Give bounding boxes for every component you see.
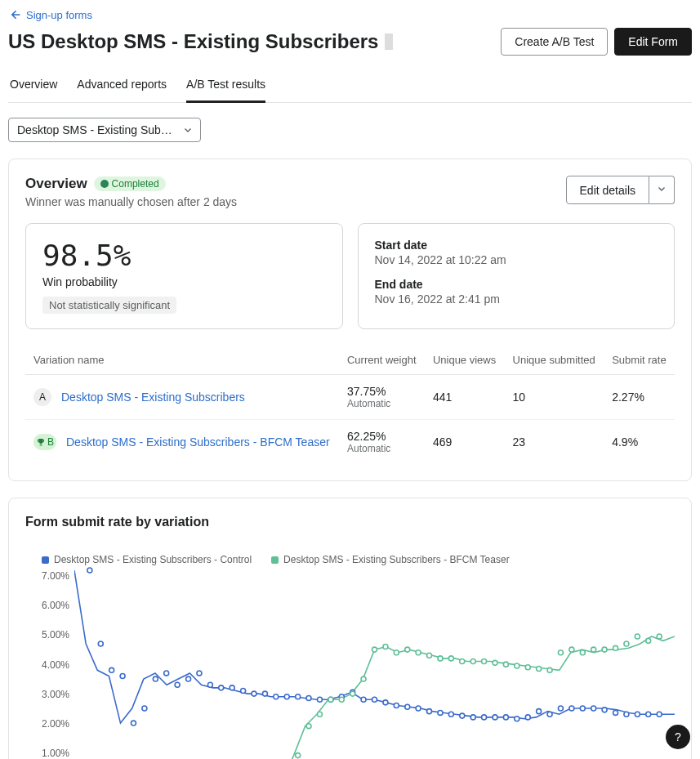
svg-point-79 bbox=[372, 647, 377, 652]
test-selector[interactable]: Desktop SMS - Existing Subscribers T… bbox=[8, 118, 201, 142]
svg-point-99 bbox=[591, 647, 596, 652]
col-submitted: Unique submitted bbox=[505, 346, 604, 375]
svg-point-25 bbox=[361, 697, 366, 702]
svg-point-93 bbox=[525, 665, 530, 670]
table-row: BDesktop SMS - Existing Subscribers - BF… bbox=[25, 420, 675, 465]
svg-point-15 bbox=[252, 691, 256, 696]
svg-point-16 bbox=[262, 691, 267, 696]
svg-point-43 bbox=[558, 706, 563, 711]
col-weight: Current weight bbox=[339, 346, 425, 375]
tab-advanced-reports[interactable]: Advanced reports bbox=[77, 69, 167, 103]
overview-title: Overview bbox=[25, 176, 87, 192]
svg-point-95 bbox=[547, 667, 552, 672]
svg-point-34 bbox=[460, 713, 465, 718]
svg-point-78 bbox=[361, 676, 366, 681]
svg-point-17 bbox=[274, 694, 279, 699]
chevron-down-icon bbox=[182, 124, 194, 136]
svg-point-9 bbox=[186, 676, 191, 681]
svg-point-1 bbox=[98, 641, 103, 646]
svg-point-46 bbox=[591, 706, 596, 711]
svg-point-75 bbox=[328, 697, 333, 702]
variation-link[interactable]: Desktop SMS - Existing Subscribers - BFC… bbox=[66, 435, 330, 449]
svg-point-86 bbox=[448, 656, 453, 661]
svg-point-7 bbox=[164, 671, 169, 676]
svg-point-103 bbox=[635, 634, 640, 639]
svg-point-0 bbox=[87, 568, 92, 573]
svg-point-80 bbox=[383, 645, 388, 650]
variation-link[interactable]: Desktop SMS - Existing Subscribers bbox=[61, 391, 245, 404]
tab-a-b-test-results[interactable]: A/B Test results bbox=[186, 69, 265, 103]
create-ab-button[interactable]: Create A/B Test bbox=[501, 28, 608, 56]
svg-point-11 bbox=[207, 682, 212, 687]
svg-point-18 bbox=[284, 694, 289, 699]
svg-point-13 bbox=[230, 685, 234, 690]
trophy-icon bbox=[36, 437, 46, 447]
svg-point-35 bbox=[470, 715, 475, 720]
dates-box: Start date Nov 14, 2022 at 10:22 am End … bbox=[358, 223, 675, 329]
svg-point-81 bbox=[394, 650, 399, 655]
svg-point-74 bbox=[317, 712, 322, 717]
svg-point-52 bbox=[657, 712, 662, 717]
win-probability-label: Win probability bbox=[42, 275, 326, 288]
svg-point-83 bbox=[416, 650, 421, 655]
y-axis: 0%1.00%2.00%3.00%4.00%5.00%6.00%7.00% bbox=[25, 570, 74, 759]
svg-point-8 bbox=[175, 682, 180, 687]
edit-details-dropdown[interactable] bbox=[649, 176, 675, 204]
svg-point-28 bbox=[394, 703, 399, 708]
legend-dot bbox=[42, 556, 49, 564]
svg-point-76 bbox=[339, 697, 344, 702]
svg-point-91 bbox=[503, 662, 508, 667]
start-date-label: Start date bbox=[375, 239, 658, 252]
title-cursor bbox=[385, 33, 393, 50]
svg-point-47 bbox=[602, 708, 607, 712]
svg-point-87 bbox=[460, 659, 465, 663]
win-probability-value: 98.5% bbox=[42, 239, 326, 272]
svg-point-88 bbox=[470, 659, 475, 663]
svg-point-97 bbox=[569, 647, 574, 652]
svg-point-72 bbox=[296, 753, 301, 758]
help-button[interactable]: ? bbox=[666, 725, 690, 749]
breadcrumb-label: Sign-up forms bbox=[26, 9, 92, 21]
winner-badge: B bbox=[33, 434, 56, 450]
arrow-left-icon bbox=[8, 8, 21, 21]
legend-item: Desktop SMS - Existing Subscribers - BFC… bbox=[271, 554, 510, 565]
svg-point-2 bbox=[109, 667, 114, 672]
chart-title: Form submit rate by variation bbox=[25, 515, 675, 529]
svg-point-32 bbox=[438, 710, 443, 715]
legend-item: Desktop SMS - Existing Subscribers - Con… bbox=[42, 554, 252, 565]
svg-point-4 bbox=[131, 721, 136, 726]
svg-point-100 bbox=[602, 647, 607, 652]
svg-point-12 bbox=[219, 685, 224, 690]
edit-form-button[interactable]: Edit Form bbox=[614, 28, 692, 56]
status-badge: Completed bbox=[94, 176, 166, 191]
svg-point-90 bbox=[493, 660, 497, 665]
svg-point-21 bbox=[317, 697, 322, 702]
table-row: ADesktop SMS - Existing Subscribers37.75… bbox=[25, 375, 675, 420]
svg-point-45 bbox=[580, 706, 585, 711]
svg-point-101 bbox=[613, 645, 618, 650]
svg-point-6 bbox=[153, 676, 158, 681]
svg-point-50 bbox=[635, 712, 640, 717]
svg-point-85 bbox=[438, 656, 443, 661]
page-title: US Desktop SMS - Existing Subscribers bbox=[8, 30, 393, 53]
svg-point-26 bbox=[372, 697, 377, 702]
svg-point-96 bbox=[558, 650, 563, 655]
tabs: OverviewAdvanced reportsA/B Test results bbox=[8, 69, 692, 103]
svg-point-36 bbox=[482, 715, 487, 720]
win-probability-box: 98.5% Win probability Not statistically … bbox=[25, 223, 343, 329]
end-date-value: Nov 16, 2022 at 2:41 pm bbox=[375, 292, 658, 306]
breadcrumb-back[interactable]: Sign-up forms bbox=[8, 8, 692, 21]
svg-point-49 bbox=[624, 712, 629, 717]
svg-point-98 bbox=[580, 650, 585, 655]
start-date-value: Nov 14, 2022 at 10:22 am bbox=[375, 253, 658, 266]
edit-details-button[interactable]: Edit details bbox=[566, 176, 649, 204]
svg-point-48 bbox=[613, 710, 618, 715]
svg-point-20 bbox=[306, 696, 311, 701]
variations-table: Variation name Current weight Unique vie… bbox=[25, 346, 675, 464]
significance-badge: Not statistically significant bbox=[42, 297, 176, 314]
svg-point-30 bbox=[416, 706, 421, 711]
svg-point-31 bbox=[427, 709, 432, 714]
col-name: Variation name bbox=[25, 346, 339, 375]
svg-point-19 bbox=[296, 694, 301, 699]
tab-overview[interactable]: Overview bbox=[10, 69, 57, 103]
